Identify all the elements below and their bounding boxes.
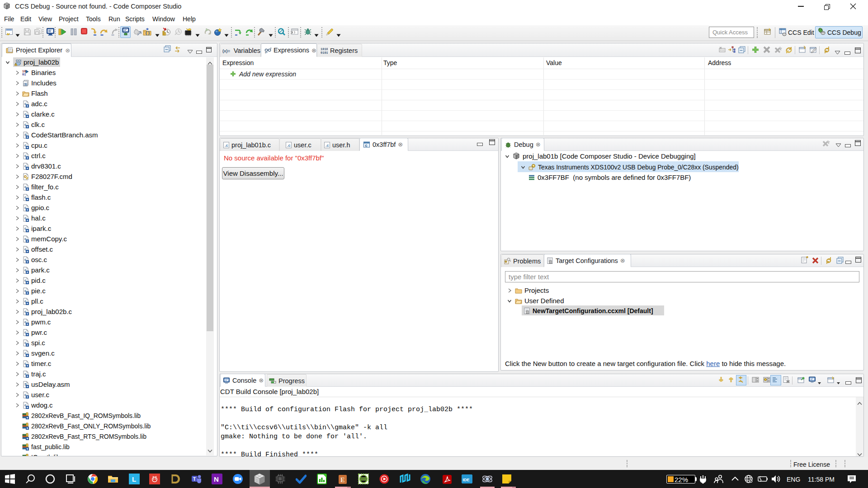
svg-text:h: h [25, 83, 27, 86]
svg-text:1010: 1010 [321, 47, 328, 51]
svg-text:0101: 0101 [321, 51, 328, 54]
svg-text:T: T [193, 477, 196, 482]
svg-text:L: L [132, 475, 136, 483]
svg-text:.c: .c [287, 143, 291, 148]
svg-text:.c: .c [326, 143, 329, 148]
svg-text:01: 01 [22, 73, 26, 76]
svg-text:{}: {} [145, 31, 150, 36]
svg-text:IDE: IDE [463, 478, 470, 482]
svg-text:.c: .c [225, 143, 228, 148]
svg-text:c: c [365, 143, 368, 147]
svg-text:x=: x= [265, 51, 268, 54]
svg-text:N: N [214, 475, 219, 483]
svg-text:CCS: CCS [16, 59, 21, 62]
svg-text:(x)=: (x)= [222, 49, 230, 53]
svg-text:E: E [340, 477, 344, 483]
